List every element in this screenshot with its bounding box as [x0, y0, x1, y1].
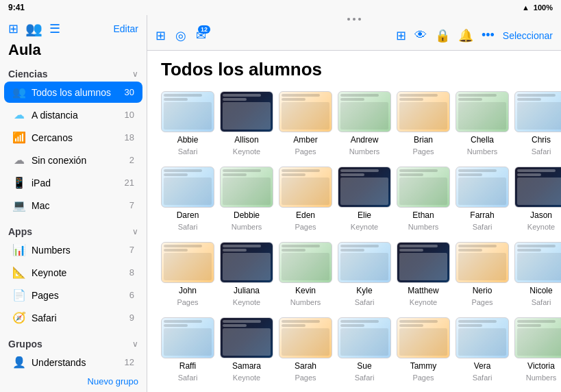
- sidebar-item-understands[interactable]: 👤 Understands 12: [4, 352, 142, 373]
- student-app: Numbers: [349, 147, 380, 156]
- student-name: Eden: [296, 210, 315, 220]
- sidebar-item-pages[interactable]: 📄 Pages 6: [4, 284, 142, 306]
- student-card[interactable]: DarenSafari: [161, 167, 214, 231]
- student-card[interactable]: ChellaNumbers: [456, 91, 509, 156]
- keynote-icon: 📐: [12, 266, 26, 279]
- battery-icon: 100%: [534, 3, 553, 12]
- student-name: Farrah: [470, 210, 494, 220]
- student-thumbnail: [397, 167, 450, 208]
- student-card[interactable]: BrianPages: [397, 91, 450, 156]
- student-card[interactable]: ChrisSafari: [514, 91, 561, 156]
- sidebar-item-safari[interactable]: 🧭 Safari 9: [4, 307, 142, 328]
- student-thumbnail: [456, 167, 509, 208]
- sidebar-header-icons: ⊞ 👥 ☰: [8, 21, 60, 37]
- student-thumbnail: [338, 242, 391, 283]
- student-card[interactable]: KyleSafari: [338, 242, 391, 306]
- student-app: Pages: [295, 147, 316, 156]
- student-card[interactable]: JulianaKeynote: [220, 242, 273, 306]
- student-card[interactable]: AmberPages: [279, 91, 332, 156]
- edit-button[interactable]: Editar: [113, 23, 138, 34]
- student-app: Safari: [355, 373, 375, 382]
- student-thumbnail: [220, 167, 273, 208]
- student-card[interactable]: JohnPages: [161, 242, 214, 306]
- student-card[interactable]: TammyPages: [397, 317, 450, 382]
- layers-icon[interactable]: ⊞: [155, 28, 166, 43]
- sidebar-item-adistancia[interactable]: ☁ A distancia 10: [4, 104, 142, 125]
- student-card[interactable]: NerioPages: [456, 242, 509, 306]
- student-name: Chris: [532, 135, 551, 145]
- grid-view-icon[interactable]: ⊞: [396, 28, 406, 43]
- student-name: Daren: [177, 210, 199, 220]
- sidebar-title: Aula: [0, 40, 147, 64]
- student-app: Keynote: [410, 298, 437, 306]
- sidebar-item-sinconexion[interactable]: ☁ Sin conexión 2: [4, 149, 142, 171]
- sidebar-toggle-icon[interactable]: ⊞: [8, 21, 18, 36]
- student-card[interactable]: AllisonKeynote: [220, 91, 273, 156]
- student-card[interactable]: DebbieNumbers: [220, 167, 273, 231]
- student-app: Safari: [355, 298, 375, 306]
- student-thumbnail: [279, 91, 332, 132]
- student-thumbnail: [279, 317, 332, 358]
- select-button[interactable]: Seleccionar: [503, 30, 553, 41]
- students-grid-container[interactable]: AbbieSafariAllisonKeynoteAmberPagesAndre…: [147, 86, 561, 392]
- student-card[interactable]: JasonKeynote: [514, 167, 561, 231]
- section-ciencias-header: Ciencias ∨: [0, 64, 147, 81]
- student-name: Nicole: [529, 286, 552, 295]
- student-card[interactable]: SarahPages: [279, 317, 332, 382]
- sidebar-item-keynote[interactable]: 📐 Keynote 8: [4, 262, 142, 283]
- new-group-button[interactable]: Nuevo grupo: [0, 373, 147, 392]
- student-thumbnail: [456, 242, 509, 283]
- student-thumbnail: [279, 167, 332, 208]
- student-name: Samara: [232, 361, 261, 371]
- section-grupos-label: Grupos: [8, 339, 42, 350]
- cloud-icon: ☁: [12, 108, 26, 121]
- menu-icon[interactable]: ☰: [49, 21, 60, 36]
- student-app: Numbers: [408, 223, 439, 231]
- sidebar-item-cercanos[interactable]: 📶 Cercanos 18: [4, 127, 142, 148]
- lock-icon[interactable]: 🔒: [435, 28, 450, 43]
- student-card[interactable]: FarrahSafari: [456, 167, 509, 231]
- student-card[interactable]: VeraSafari: [456, 317, 509, 382]
- student-thumbnail: [338, 91, 391, 132]
- people-icon[interactable]: 👥: [25, 21, 42, 37]
- top-handle: [147, 15, 561, 21]
- student-name: Andrew: [351, 135, 379, 145]
- sidebar-item-ipad[interactable]: 📱 iPad 21: [4, 172, 142, 193]
- student-app: Numbers: [232, 223, 262, 231]
- student-name: Sue: [357, 361, 371, 371]
- eye-hide-icon[interactable]: 👁: [414, 28, 427, 42]
- student-card[interactable]: KevinNumbers: [279, 242, 332, 306]
- student-card[interactable]: SueSafari: [338, 317, 391, 382]
- sidebar-item-numbers[interactable]: 📊 Numbers 7: [4, 239, 142, 260]
- bell-icon[interactable]: 🔔: [458, 28, 473, 43]
- student-card[interactable]: RaffiSafari: [161, 317, 214, 382]
- status-indicators: ▲ 100%: [522, 3, 553, 12]
- sidebar-item-mac[interactable]: 💻 Mac 7: [4, 195, 142, 216]
- student-app: Keynote: [527, 223, 555, 231]
- inbox-icon[interactable]: ✉ 12: [196, 28, 206, 43]
- student-card[interactable]: EdenPages: [279, 167, 332, 231]
- student-card[interactable]: AndrewNumbers: [338, 91, 391, 156]
- student-card[interactable]: AbbieSafari: [161, 91, 214, 156]
- student-name: Kyle: [356, 286, 372, 295]
- more-icon[interactable]: •••: [482, 28, 495, 42]
- student-card[interactable]: EthanNumbers: [397, 167, 450, 231]
- student-card[interactable]: NicoleSafari: [514, 242, 561, 306]
- student-card[interactable]: VictoriaNumbers: [514, 317, 561, 382]
- sidebar-item-todos[interactable]: 👥 Todos los alumnos 30: [4, 82, 142, 103]
- student-name: Kevin: [295, 286, 316, 295]
- student-card[interactable]: ElieKeynote: [338, 167, 391, 231]
- compass-icon[interactable]: ◎: [175, 28, 186, 43]
- student-app: Safari: [532, 298, 551, 306]
- student-app: Pages: [412, 147, 434, 156]
- chevron-down-icon-3: ∨: [132, 339, 138, 349]
- section-apps-label: Apps: [8, 226, 32, 237]
- student-app: Numbers: [467, 147, 498, 156]
- page-title: Todos los alumnos: [161, 59, 547, 80]
- student-card[interactable]: SamaraKeynote: [220, 317, 273, 382]
- student-card[interactable]: MatthewKeynote: [397, 242, 450, 306]
- student-name: Debbie: [234, 210, 260, 220]
- student-app: Pages: [295, 223, 316, 231]
- student-app: Pages: [412, 373, 434, 382]
- student-app: Pages: [471, 298, 493, 306]
